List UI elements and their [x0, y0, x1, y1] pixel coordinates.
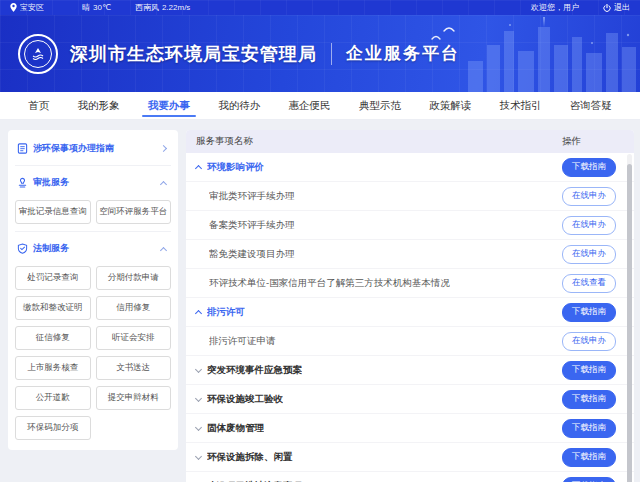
service-name[interactable]: 环境影响评价: [207, 161, 264, 174]
chevron-up-icon: [160, 180, 167, 187]
scrollbar-thumb[interactable]: [627, 164, 632, 482]
service-name[interactable]: 突发环境事件应急预案: [207, 364, 302, 377]
location-indicator[interactable]: 宝安区: [10, 2, 44, 13]
nav-tab-1[interactable]: 我的形象: [73, 92, 123, 119]
top-status-bar: 宝安区 晴 30℃ 西南风 2.22m/s 欢迎您，用户 退出: [0, 0, 640, 15]
online-action-button[interactable]: 在线申办: [562, 245, 616, 264]
online-action-button[interactable]: 在线查看: [562, 274, 616, 293]
sidebar-service-button[interactable]: 文书送达: [96, 356, 172, 380]
temperature: 30℃: [93, 3, 111, 12]
service-name[interactable]: 排污许可: [207, 306, 245, 319]
service-item-row: 排污许可证申请在线申办: [186, 327, 634, 356]
column-action: 操作: [562, 135, 624, 148]
service-name: 审批类环评手续办理: [209, 190, 295, 203]
section-label[interactable]: 审批服务: [33, 176, 156, 189]
sidebar-sections: 审批服务审批记录信息查询空间环评服务平台法制服务处罚记录查询分期付款申请缴款和整…: [15, 173, 171, 440]
sidebar-section-header-0[interactable]: 审批服务: [15, 173, 171, 192]
online-action-button[interactable]: 在线申办: [562, 332, 616, 351]
chevron-up-icon[interactable]: [195, 310, 202, 317]
service-item-row: 豁免类建设项目办理在线申办: [186, 240, 634, 269]
sidebar-divider: [15, 165, 171, 166]
nav-tab-0[interactable]: 首页: [24, 92, 53, 119]
chevron-down-icon[interactable]: [195, 423, 202, 430]
location-label: 宝安区: [20, 2, 44, 13]
section-buttons: 审批记录信息查询空间环评服务平台: [15, 200, 171, 224]
download-guide-button[interactable]: 下载指南: [562, 361, 616, 380]
download-guide-button[interactable]: 下载指南: [562, 419, 616, 438]
nav-tab-8[interactable]: 咨询答疑: [566, 92, 616, 119]
online-action-button[interactable]: 在线申办: [562, 216, 616, 235]
download-guide-button[interactable]: 下载指南: [562, 303, 616, 322]
panel-scrollbar[interactable]: [627, 154, 632, 482]
chevron-up-icon: [160, 246, 167, 253]
sidebar-item-guide[interactable]: 涉环保事项办理指南: [15, 139, 171, 158]
service-group-row: 排污许可下载指南: [186, 298, 634, 327]
download-guide-button[interactable]: 下载指南: [562, 477, 616, 482]
weather-condition: 晴: [82, 2, 90, 13]
title-divider: [331, 43, 332, 65]
service-group-row: 环境影响评价下载指南: [186, 153, 634, 182]
shield-icon: [17, 243, 28, 254]
nav-tab-3[interactable]: 我的待办: [214, 92, 264, 119]
org-logo-emblem: [24, 40, 52, 68]
chevron-down-icon[interactable]: [195, 452, 202, 459]
sidebar-service-button[interactable]: 上市服务核查: [15, 356, 91, 380]
service-name[interactable]: 环保设施竣工验收: [207, 393, 283, 406]
service-name[interactable]: 环保设施拆除、闲置: [207, 451, 293, 464]
section-buttons: 处罚记录查询分期付款申请缴款和整改证明信用修复征信修复听证会安排上市服务核查文书…: [15, 266, 171, 440]
nav-tab-6[interactable]: 政策解读: [425, 92, 475, 119]
power-icon: [603, 4, 611, 12]
sidebar-section-header-1[interactable]: 法制服务: [15, 239, 171, 258]
weather-info: 晴 30℃: [82, 2, 111, 13]
service-group-row: 建设项目选址注意事项下载指南: [186, 472, 634, 482]
org-name: 深圳市生态环境局宝安管理局: [70, 42, 317, 66]
sidebar: 涉环保事项办理指南 审批服务审批记录信息查询空间环评服务平台法制服务处罚记录查询…: [8, 130, 178, 450]
nav-tab-7[interactable]: 技术指引: [495, 92, 545, 119]
site-header-banner: 深圳市生态环境局宝安管理局 企业服务平台: [0, 15, 640, 92]
sidebar-service-button[interactable]: 听证会安排: [96, 326, 172, 350]
org-logo: [18, 34, 58, 74]
sidebar-service-button[interactable]: 审批记录信息查询: [15, 200, 91, 224]
sidebar-service-button[interactable]: 提交申辩材料: [96, 386, 172, 410]
section-label[interactable]: 法制服务: [33, 242, 156, 255]
download-guide-button[interactable]: 下载指南: [562, 390, 616, 409]
sidebar-service-button[interactable]: 信用修复: [96, 296, 172, 320]
wind-speed: 2.22m/s: [162, 3, 190, 12]
logout-label: 退出: [614, 2, 630, 13]
welcome-user-label: 欢迎您，用户: [531, 2, 579, 13]
service-group-row: 突发环境事件应急预案下载指南: [186, 356, 634, 385]
chevron-right-icon: [160, 145, 167, 152]
sidebar-service-button[interactable]: 公开道歉: [15, 386, 91, 410]
guide-label[interactable]: 涉环保事项办理指南: [33, 142, 156, 155]
stamp-icon: [17, 177, 28, 188]
table-header: 服务事项名称 操作: [186, 130, 634, 153]
location-pin-icon: [10, 3, 17, 12]
platform-name: 企业服务平台: [346, 42, 460, 65]
service-name: 豁免类建设项目办理: [209, 248, 295, 261]
service-panel: 服务事项名称 操作 环境影响评价下载指南审批类环评手续办理在线申办备案类环评手续…: [186, 130, 634, 482]
wind-info: 西南风 2.22m/s: [135, 2, 190, 13]
service-name[interactable]: 固体废物管理: [207, 422, 264, 435]
download-guide-button[interactable]: 下载指南: [562, 158, 616, 177]
sidebar-service-button[interactable]: 环保码加分项: [15, 416, 91, 440]
download-guide-button[interactable]: 下载指南: [562, 448, 616, 467]
nav-tab-5[interactable]: 典型示范: [355, 92, 405, 119]
service-rows: 环境影响评价下载指南审批类环评手续办理在线申办备案类环评手续办理在线申办豁免类建…: [186, 153, 634, 482]
sidebar-service-button[interactable]: 空间环评服务平台: [96, 200, 172, 224]
service-item-row: 备案类环评手续办理在线申办: [186, 211, 634, 240]
chevron-down-icon[interactable]: [195, 394, 202, 401]
sidebar-service-button[interactable]: 征信修复: [15, 326, 91, 350]
online-action-button[interactable]: 在线申办: [562, 187, 616, 206]
sidebar-service-button[interactable]: 处罚记录查询: [15, 266, 91, 290]
service-group-row: 固体废物管理下载指南: [186, 414, 634, 443]
nav-tab-2[interactable]: 我要办事: [144, 92, 194, 119]
chevron-down-icon[interactable]: [195, 365, 202, 372]
chevron-up-icon[interactable]: [195, 165, 202, 172]
sidebar-service-button[interactable]: 分期付款申请: [96, 266, 172, 290]
service-item-row: 环评技术单位-国家信用平台了解第三方技术机构基本情况在线查看: [186, 269, 634, 298]
wind-direction: 西南风: [135, 2, 159, 13]
nav-tab-4[interactable]: 惠企便民: [284, 92, 334, 119]
service-group-row: 环保设施竣工验收下载指南: [186, 385, 634, 414]
logout-button[interactable]: 退出: [603, 2, 630, 13]
sidebar-service-button[interactable]: 缴款和整改证明: [15, 296, 91, 320]
